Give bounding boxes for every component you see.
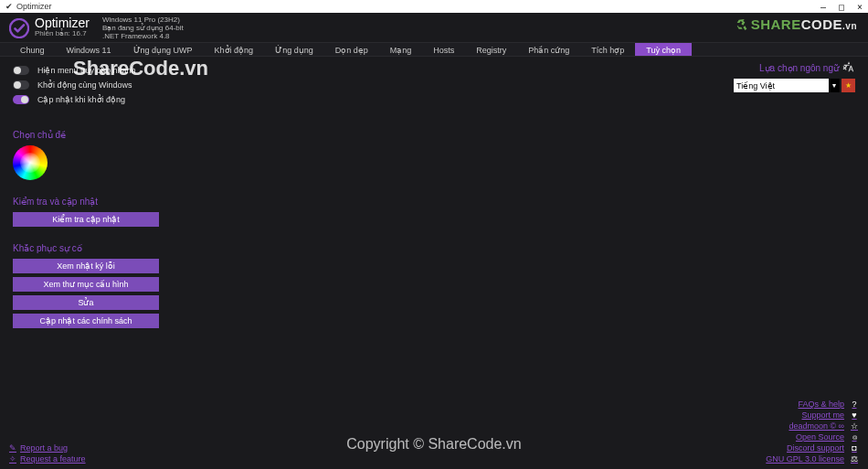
window-minimize-button[interactable]: — <box>820 2 826 12</box>
footer-link[interactable]: Support me♥ <box>766 410 859 420</box>
footer-link-label: Open Source <box>796 432 844 442</box>
footer-link-icon: ♥ <box>850 410 859 420</box>
bottom-right-links: FAQs & help?Support me♥deadmoon © ∞☆Open… <box>766 398 859 464</box>
language-heading: Lựa chọn ngôn ngữ <box>759 60 855 75</box>
footer-link-label: Discord support <box>787 443 844 453</box>
tab-windows-11[interactable]: Windows 11 <box>56 43 122 56</box>
app-header: Optimizer Phiên bản: 16.7 Windows 11 Pro… <box>0 13 868 42</box>
app-logo-check-icon <box>9 18 29 38</box>
tab-ứng-dụng[interactable]: Ứng dụng <box>264 43 324 56</box>
footer-link[interactable]: GNU GPL 3.0 license⚖ <box>766 454 859 464</box>
theme-color-wheel[interactable] <box>13 145 48 180</box>
tab-hosts[interactable]: Hosts <box>422 43 465 56</box>
tab-registry[interactable]: Registry <box>465 43 517 56</box>
troubleshoot-section: Khắc phục sự cố Xem nhật ký lỗiXem thư m… <box>13 243 857 328</box>
theme-section: Chọn chủ đề <box>13 130 857 180</box>
footer-link-icon: ☆ <box>850 421 859 431</box>
toggle-label: Khởi động cùng Windows <box>37 80 132 90</box>
update-heading: Kiểm tra và cập nhật <box>13 197 857 207</box>
tab-mạng[interactable]: Mạng <box>379 43 423 56</box>
footer-link[interactable]: deadmoon © ∞☆ <box>766 421 859 431</box>
startup-toggles: Hiện menu truy cập nhanhKhởi động cùng W… <box>13 66 857 104</box>
troubleshoot-button[interactable]: Cập nhật các chính sách <box>13 314 159 328</box>
footer-link-icon: ? <box>850 400 859 409</box>
toggle-switch[interactable] <box>13 66 29 75</box>
tab-tích-hợp[interactable]: Tích hợp <box>580 43 635 56</box>
footer-link-icon: ⚖ <box>850 454 859 464</box>
toggle-label: Cập nhật khi khởi động <box>37 95 125 104</box>
footer-link-label: Support me <box>801 410 844 420</box>
report-bug-label: Report a bug <box>20 443 68 453</box>
window-close-button[interactable]: × <box>857 2 863 12</box>
toggle-label: Hiện menu truy cập nhanh <box>37 66 136 75</box>
main-pane: Hiện menu truy cập nhanhKhởi động cùng W… <box>0 57 868 469</box>
check-update-button[interactable]: Kiểm tra cập nhật <box>13 212 159 227</box>
tab-chung[interactable]: Chung <box>9 43 56 56</box>
theme-heading: Chọn chủ đề <box>13 130 857 140</box>
troubleshoot-heading: Khắc phục sự cố <box>13 243 857 253</box>
tab-phần-cứng[interactable]: Phần cứng <box>517 43 580 56</box>
language-select[interactable]: Tiếng Việt <box>734 79 829 92</box>
update-section: Kiểm tra và cập nhật Kiểm tra cập nhật <box>13 197 857 227</box>
footer-link[interactable]: Discord support◘ <box>766 443 859 453</box>
translate-icon <box>842 60 855 75</box>
tab-khởi-động[interactable]: Khởi động <box>204 43 265 56</box>
troubleshoot-button[interactable]: Sửa <box>13 295 159 310</box>
recycle-icon <box>735 17 749 35</box>
tab-tuỳ-chọn[interactable]: Tuỳ chọn <box>635 43 692 56</box>
sysinfo-dotnet: .NET Framework 4.8 <box>102 33 184 41</box>
language-heading-text: Lựa chọn ngôn ngữ <box>759 63 839 73</box>
toggle-row: Hiện menu truy cập nhanh <box>13 66 857 75</box>
report-bug-link[interactable]: ✎ Report a bug <box>9 443 86 453</box>
footer-link-label: deadmoon © ∞ <box>789 421 844 431</box>
toggle-row: Cập nhật khi khởi động <box>13 95 857 104</box>
brand-watermark: SHARECODE.vn <box>735 16 857 35</box>
app-title: Optimizer <box>35 16 90 30</box>
tab-dọn-dẹp[interactable]: Dọn dẹp <box>324 43 379 56</box>
brand-right: CODE <box>801 16 842 32</box>
window-maximize-button[interactable]: □ <box>839 2 844 12</box>
troubleshoot-button[interactable]: Xem nhật ký lỗi <box>13 259 159 273</box>
tab-ứng-dụng-uwp[interactable]: Ứng dụng UWP <box>122 43 204 56</box>
os-titlebar: ✔ Optimizer — □ × <box>0 0 868 13</box>
sparkle-icon: ✧ <box>9 454 16 464</box>
brand-tld: .vn <box>842 21 857 31</box>
flag-vietnam-icon: ★ <box>842 79 855 92</box>
footer-link-icon: ⌾ <box>850 432 859 442</box>
toggle-switch[interactable] <box>13 80 29 90</box>
toggle-switch[interactable] <box>13 95 29 104</box>
request-feature-label: Request a feature <box>20 454 86 464</box>
app-version: Phiên bản: 16.7 <box>35 30 90 37</box>
footer-link-label: GNU GPL 3.0 license <box>766 454 844 464</box>
tab-bar: ChungWindows 11Ứng dụng UWPKhởi độngỨng … <box>0 42 868 57</box>
troubleshoot-button[interactable]: Xem thư mục cấu hình <box>13 277 159 292</box>
footer-link-label: FAQs & help <box>798 400 844 409</box>
language-dropdown-button[interactable]: ▾ <box>829 79 840 92</box>
os-window-title: Optimizer <box>16 2 52 11</box>
footer-link-icon: ◘ <box>850 443 859 453</box>
footer-link[interactable]: Open Source⌾ <box>766 432 859 442</box>
app-body: Optimizer Phiên bản: 16.7 Windows 11 Pro… <box>0 13 868 469</box>
language-area: Lựa chọn ngôn ngữ Tiếng Việt ▾ ★ <box>734 60 855 92</box>
footer-link[interactable]: FAQs & help? <box>766 400 859 409</box>
language-selected-value: Tiếng Việt <box>736 81 775 91</box>
bottom-left-links: ✎ Report a bug ✧ Request a feature <box>9 442 86 464</box>
pencil-icon: ✎ <box>9 443 16 453</box>
brand-left: SHARE <box>751 16 801 32</box>
app-check-glyph: ✔ <box>5 2 13 11</box>
toggle-row: Khởi động cùng Windows <box>13 80 857 90</box>
request-feature-link[interactable]: ✧ Request a feature <box>9 454 86 464</box>
